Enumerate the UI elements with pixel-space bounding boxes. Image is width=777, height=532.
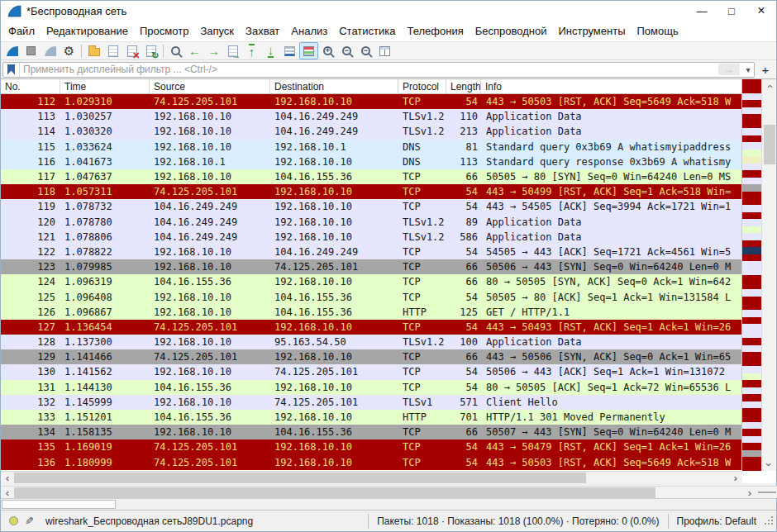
filter-dropdown-icon[interactable]: ▾ (742, 65, 754, 74)
packet-row[interactable]: 1241.096319104.16.155.36192.168.10.10TCP… (1, 274, 741, 289)
vertical-scrollbar[interactable]: › › (761, 79, 776, 471)
column-header-destination[interactable]: Destination (270, 79, 398, 93)
menu-item-4[interactable]: Запуск (194, 22, 240, 40)
restart-capture-button[interactable] (41, 42, 60, 59)
hscrollbar-track[interactable] (14, 472, 729, 483)
display-filter-field[interactable]: → ▾ (2, 62, 755, 78)
packet-row[interactable]: 1311.144130104.16.155.36192.168.10.10TCP… (1, 380, 741, 395)
menu-item-8[interactable]: Телефония (401, 22, 469, 40)
packet-row[interactable]: 1301.141562192.168.10.1074.125.205.101TC… (1, 364, 741, 379)
column-header-protocol[interactable]: Protocol (398, 79, 446, 93)
packet-row[interactable]: 1131.030257192.168.10.10104.16.249.249TL… (1, 109, 741, 124)
packet-row[interactable]: 1351.16901974.125.205.101192.168.10.10TC… (1, 439, 741, 454)
menu-item-2[interactable]: Редактирование (41, 22, 134, 40)
close-file-button[interactable]: ✕ (122, 42, 141, 59)
splitter-handle[interactable] (758, 492, 776, 493)
packet-row[interactable]: 1191.078732104.16.249.249192.168.10.10TC… (1, 199, 741, 214)
packet-row[interactable]: 1121.02931074.125.205.101192.168.10.10TC… (1, 94, 741, 109)
capture-comment-icon[interactable]: ✎ (25, 515, 34, 527)
close-icon[interactable]: × (746, 1, 776, 21)
intelligent-scrollbar-minimap[interactable] (741, 79, 761, 471)
last-packet-button[interactable]: ↓ (261, 42, 280, 59)
menu-item-11[interactable]: Помощь (632, 22, 684, 40)
menu-item-5[interactable]: Захват (240, 22, 285, 40)
packet-row[interactable]: 1331.151201104.16.155.36192.168.10.10HTT… (1, 410, 741, 425)
expert-info-icon[interactable] (9, 516, 18, 525)
cell-time: 1.078806 (60, 231, 150, 243)
resize-grip[interactable] (765, 516, 775, 526)
scroll-left-icon[interactable]: ‹ (1, 487, 14, 498)
packet-row[interactable]: 1151.033624192.168.10.10192.168.10.1DNS8… (1, 140, 741, 154)
save-file-button[interactable] (103, 42, 122, 59)
packet-row[interactable]: 1211.078806104.16.249.249192.168.10.10TL… (1, 230, 741, 245)
scroll-right-icon[interactable]: › (729, 473, 742, 483)
auto-scroll-button[interactable] (280, 42, 299, 59)
column-header-info[interactable]: Info (481, 79, 741, 93)
minimap-stripe (742, 345, 761, 352)
packet-row[interactable]: 1161.041673192.168.10.1192.168.10.10DNS1… (1, 154, 741, 169)
packet-row[interactable]: 1271.13645474.125.205.101192.168.10.10TC… (1, 320, 741, 335)
column-header-time[interactable]: Time (60, 79, 150, 93)
profile-selector[interactable]: Профиль: Default (674, 514, 765, 529)
packet-row[interactable]: 1251.096408192.168.10.10104.16.155.36TCP… (1, 289, 741, 304)
menu-item-10[interactable]: Инструменты (552, 22, 631, 40)
column-header-length[interactable]: Length (446, 79, 481, 93)
scroll-left-icon[interactable]: ‹ (1, 473, 14, 483)
stop-capture-button[interactable] (21, 42, 41, 59)
hscrollbar-track[interactable] (14, 487, 743, 498)
scroll-right-icon[interactable]: › (743, 487, 756, 498)
packet-row[interactable]: 1281.137300192.168.10.1095.163.54.50TLSv… (1, 335, 741, 349)
next-packet-button[interactable]: → (204, 42, 223, 59)
column-header-no[interactable]: No. (1, 79, 60, 93)
capture-options-button[interactable]: ⚙ (60, 42, 79, 59)
packet-row[interactable]: 1141.030320192.168.10.10104.16.249.249TL… (1, 124, 741, 139)
cell-protocol: TLSv1.2 (398, 216, 446, 228)
cell-time: 1.141466 (60, 351, 150, 363)
apply-filter-button[interactable]: → (718, 64, 740, 75)
first-packet-button[interactable]: ↑ (242, 42, 261, 59)
packet-row[interactable]: 1171.047637192.168.10.10104.16.155.36TCP… (1, 169, 741, 184)
find-packet-button[interactable] (166, 42, 185, 59)
packet-list-hscrollbar[interactable]: ‹ › (1, 471, 742, 483)
hscrollbar-thumb[interactable] (14, 487, 655, 498)
colorize-packets-button[interactable] (299, 42, 318, 59)
scroll-down-icon[interactable]: › (762, 458, 776, 471)
open-file-button[interactable] (84, 42, 103, 59)
packet-row[interactable]: 1201.078780104.16.249.249192.168.10.10TL… (1, 215, 741, 230)
packet-row[interactable]: 1261.096867192.168.10.10104.16.155.36HTT… (1, 305, 741, 320)
zoom-out-button[interactable]: − (337, 42, 356, 59)
vertical-scrollbar-thumb[interactable] (764, 125, 775, 164)
reload-file-button[interactable]: ↻ (141, 42, 160, 59)
normal-size-button[interactable]: − (356, 42, 375, 59)
minimap-stripe (742, 450, 761, 457)
filter-bookmark-button[interactable] (3, 63, 20, 77)
packet-row[interactable]: 1291.14146674.125.205.101192.168.10.10TC… (1, 349, 741, 364)
packet-row[interactable]: 1341.158135192.168.10.10104.16.155.36TCP… (1, 425, 741, 439)
maximize-icon[interactable]: □ (717, 1, 746, 21)
minimap-stripe (742, 121, 761, 128)
menu-item-1[interactable]: Файл (2, 22, 41, 40)
lower-pane-hscrollbar[interactable]: ‹ › (1, 486, 777, 498)
cell-protocol: TCP (398, 351, 446, 363)
previous-packet-button[interactable]: ← (185, 42, 204, 59)
packet-row[interactable]: 1181.05731174.125.205.101192.168.10.10TC… (1, 184, 741, 199)
menu-item-3[interactable]: Просмотр (134, 22, 194, 40)
display-filter-input[interactable] (20, 64, 718, 76)
add-filter-button-icon[interactable]: + (758, 63, 773, 77)
scroll-up-icon[interactable]: › (762, 79, 776, 93)
hscrollbar-thumb[interactable] (14, 473, 586, 483)
packet-row[interactable]: 1231.079985192.168.10.1074.125.205.101TC… (1, 259, 741, 274)
zoom-in-button[interactable]: + (318, 42, 337, 59)
packet-row[interactable]: 1361.18099974.125.205.101192.168.10.10TC… (1, 455, 741, 470)
column-header-source[interactable]: Source (150, 79, 270, 93)
minimize-icon[interactable]: — (687, 1, 717, 21)
start-capture-button[interactable] (2, 42, 21, 59)
menu-item-7[interactable]: Статистика (333, 22, 401, 40)
menu-item-9[interactable]: Беспроводной (470, 22, 553, 40)
resize-columns-button[interactable] (375, 42, 394, 59)
packet-row[interactable]: 1321.145999192.168.10.1074.125.205.101TL… (1, 395, 741, 410)
minimap-stripe (742, 135, 761, 142)
menu-item-6[interactable]: Анализ (285, 22, 333, 40)
packet-row[interactable]: 1221.078822192.168.10.10104.16.249.249TC… (1, 245, 741, 259)
go-to-packet-button[interactable]: → (223, 42, 242, 59)
